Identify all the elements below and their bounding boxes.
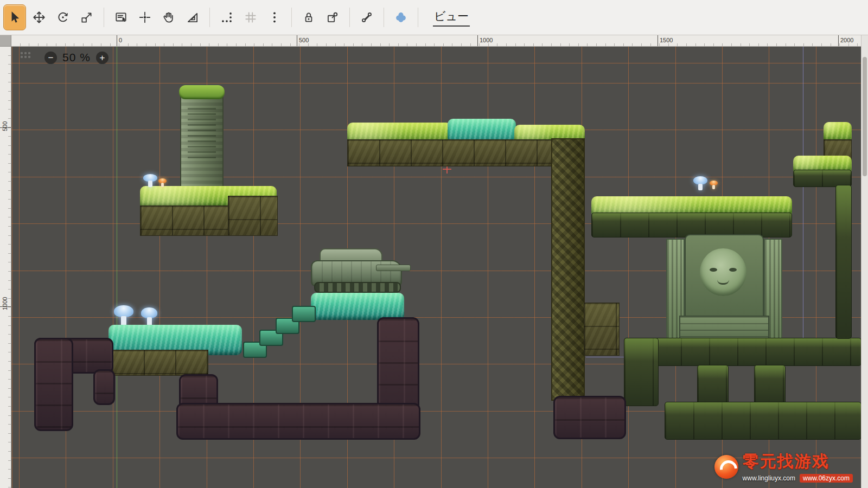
toolbar-separator	[349, 8, 350, 27]
group-pin-icon	[326, 10, 340, 24]
blue-flower-icon	[394, 10, 408, 24]
tile-platform-right[interactable]	[591, 196, 792, 237]
zoom-in-button[interactable]: +	[96, 52, 108, 64]
watermark: 零元找游戏 www.lingliuyx.com www.06zyx.com	[714, 451, 853, 483]
tool-ruler-button[interactable]	[182, 5, 203, 30]
tank-barrel	[376, 265, 411, 271]
tool-select-button[interactable]	[3, 4, 26, 30]
ruler-tick: 2000	[838, 35, 853, 46]
scrollbar-thumb[interactable]	[863, 57, 867, 176]
watermark-url-left: www.lingliuyx.com	[743, 474, 795, 482]
statue-face	[700, 248, 746, 296]
grid-snap-icon	[244, 10, 258, 24]
toolbar-separator	[384, 8, 384, 27]
grid-snap-button[interactable]	[240, 5, 261, 30]
tool-rotate-button[interactable]	[52, 5, 74, 30]
tile-stone-ledge[interactable]	[228, 196, 278, 236]
tool-list-select-button[interactable]	[110, 5, 132, 30]
view-menu-button[interactable]: ビュー	[424, 5, 478, 30]
skeleton-button[interactable]	[356, 5, 378, 30]
toolbar-separator	[104, 8, 104, 27]
tile-column-branch[interactable]	[584, 303, 620, 356]
tile-brown-slab-bottom[interactable]	[176, 403, 420, 440]
toolbar-separator	[209, 8, 210, 27]
ruler-corner	[0, 35, 11, 47]
watermark-title: 零元找游戏	[743, 451, 829, 473]
canvas-options-icon[interactable]	[21, 52, 31, 63]
tile-brown-block-right[interactable]	[553, 396, 626, 439]
tile-right-edge-column[interactable]	[835, 185, 852, 339]
zoom-out-button[interactable]: −	[44, 52, 57, 64]
watermark-url-right: www.06zyx.com	[800, 474, 853, 483]
tombstone-moss-cap	[179, 85, 225, 99]
vertical-ruler[interactable]: 500 1000	[0, 46, 11, 488]
blue-mushroom-sprite[interactable]	[143, 174, 157, 187]
tile-brown-leg-left[interactable]	[34, 338, 73, 431]
tool-pan-button[interactable]	[158, 5, 180, 30]
tile-moss-pillar-left[interactable]	[624, 338, 659, 406]
blue-mushroom-sprite[interactable]	[114, 305, 133, 326]
orange-mushroom-sprite[interactable]	[710, 181, 718, 189]
zoom-level: 50 %	[62, 51, 91, 64]
blue-mushroom-sprite[interactable]	[141, 307, 157, 326]
tile-brown-block-small[interactable]	[93, 369, 115, 405]
tile-ledge-right-2[interactable]	[793, 156, 852, 187]
scale-icon	[80, 10, 94, 24]
tile-stone-statue[interactable]	[666, 234, 780, 342]
blue-guide-vertical[interactable]	[803, 46, 803, 358]
tile-stone-under-left[interactable]	[112, 350, 208, 376]
level-editor-window: ビュー 0 500 1000 1500 2000 500 1000	[0, 0, 868, 488]
tile-moss-beam[interactable]	[624, 338, 861, 366]
lock-icon	[302, 10, 316, 24]
ruler-tick: 1000	[0, 306, 11, 307]
smart-snap-icon	[220, 10, 234, 24]
horizontal-ruler[interactable]: 0 500 1000 1500 2000	[11, 35, 861, 47]
ruler-tick: 0	[117, 35, 122, 46]
ruler-tick: 1500	[658, 35, 673, 46]
tool-move-button[interactable]	[28, 5, 50, 30]
zoom-controls: − 50 % +	[21, 51, 108, 64]
tool-pivot-button[interactable]	[134, 5, 156, 30]
viewport-canvas[interactable]: − 50 % + 零元找游戏 www.lingliuyx.com www.06z…	[11, 46, 861, 488]
green-guide-line[interactable]	[117, 46, 117, 488]
view-menu-label: ビュー	[433, 9, 470, 27]
list-select-icon	[114, 10, 128, 24]
vertical-dots-icon	[267, 10, 282, 24]
tile-tombstone[interactable]	[180, 88, 224, 192]
lock-button[interactable]	[298, 5, 320, 30]
ruler-triangle-icon	[186, 10, 200, 24]
tile-moss-column[interactable]	[754, 365, 786, 405]
toolbar-separator	[291, 8, 292, 27]
ruler-tick: 500	[0, 127, 11, 128]
move-icon	[32, 10, 46, 24]
ruler-tick: 500	[297, 35, 309, 46]
snap-options-button[interactable]	[264, 5, 285, 30]
orange-mushroom-sprite[interactable]	[158, 178, 167, 187]
skeleton-options-button[interactable]	[390, 5, 412, 30]
select-cursor-icon	[8, 10, 22, 24]
tile-patterned-column[interactable]	[551, 138, 585, 401]
vertical-scrollbar[interactable]	[861, 35, 868, 488]
tile-stair-step[interactable]	[292, 306, 316, 322]
tile-tank[interactable]	[311, 248, 412, 294]
smart-snap-button[interactable]	[216, 5, 238, 30]
tool-scale-button[interactable]	[76, 5, 98, 30]
ruler-tick: 1000	[477, 35, 493, 46]
group-button[interactable]	[322, 5, 343, 30]
toolbar: ビュー	[0, 0, 868, 35]
pan-hand-icon	[162, 10, 176, 24]
blue-mushroom-sprite[interactable]	[693, 176, 707, 190]
rotate-icon	[56, 10, 70, 24]
watermark-logo-icon	[714, 455, 738, 479]
tile-moss-column[interactable]	[697, 365, 729, 405]
toolbar-separator	[418, 8, 418, 27]
pivot-icon	[138, 10, 152, 24]
tombstone-inscription	[188, 108, 216, 160]
tile-moss-slab-bottom[interactable]	[665, 402, 861, 440]
tank-tracks	[314, 282, 401, 293]
tile-tank-platform[interactable]	[311, 293, 404, 320]
bone-icon	[360, 10, 374, 24]
tile-stone-row-top-mid[interactable]	[347, 139, 585, 166]
